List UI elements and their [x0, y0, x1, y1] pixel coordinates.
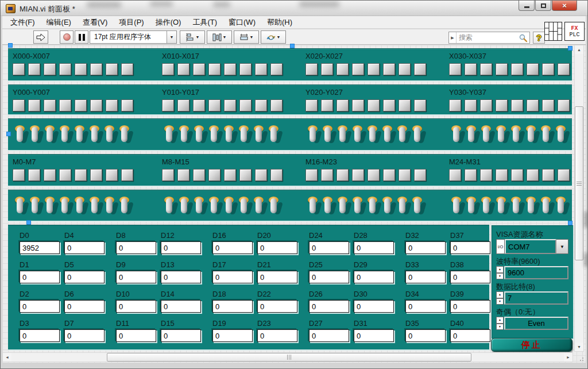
selection-handle[interactable] — [568, 221, 572, 225]
d-register-field[interactable]: 0 — [354, 271, 394, 283]
toggle-switch[interactable] — [60, 195, 71, 218]
d-register-field[interactable]: 0 — [64, 241, 105, 254]
scroll-down-icon[interactable]: ▼ — [575, 343, 583, 351]
d-register-field[interactable]: 0 — [212, 329, 253, 342]
selection-handle[interactable] — [26, 220, 31, 225]
scroll-right-icon[interactable]: ► — [564, 353, 572, 362]
toggle-switch[interactable] — [368, 124, 378, 147]
toggle-switch[interactable] — [179, 124, 190, 147]
toggle-switch[interactable] — [382, 195, 393, 218]
toggle-switch[interactable] — [179, 195, 190, 218]
pause-button[interactable] — [75, 30, 88, 44]
selection-handle[interactable] — [6, 132, 11, 136]
menu-tools[interactable]: 工具(T) — [187, 16, 223, 29]
toggle-switch[interactable] — [194, 124, 205, 147]
abort-button[interactable] — [60, 30, 74, 44]
toggle-switch[interactable] — [269, 195, 280, 218]
d-register-field[interactable]: 0 — [405, 271, 446, 283]
d-register-field[interactable]: 0 — [354, 300, 394, 313]
baud-rate-field[interactable]: 9600 — [504, 266, 568, 279]
toggle-switch[interactable] — [511, 124, 522, 147]
menu-operate[interactable]: 操作(O) — [150, 16, 187, 29]
toggle-switch[interactable] — [119, 124, 130, 147]
d-register-field[interactable]: 0 — [257, 300, 297, 313]
d-register-field[interactable]: 0 — [161, 241, 201, 254]
toggle-switch[interactable] — [338, 195, 349, 218]
d-register-field[interactable]: 0 — [257, 271, 297, 283]
parity-field[interactable]: Even — [504, 317, 568, 330]
d-register-field[interactable]: 0 — [64, 329, 105, 342]
toggle-switch[interactable] — [496, 195, 507, 218]
toggle-switch[interactable] — [30, 195, 41, 218]
toggle-switch[interactable] — [224, 195, 235, 218]
d-register-field[interactable]: 0 — [212, 271, 253, 283]
toggle-switch[interactable] — [541, 124, 552, 147]
font-selector[interactable]: 17pt 应用程序字体 ▼ — [90, 30, 177, 44]
toggle-switch[interactable] — [269, 124, 280, 147]
d-register-field[interactable]: 3952 — [20, 241, 60, 254]
search-input[interactable]: ▶ 搜索 — [448, 32, 530, 44]
title-bar[interactable]: MIAN.vi 前面板 * × — [1, 1, 587, 16]
toggle-switch[interactable] — [382, 124, 393, 147]
selection-handle[interactable] — [8, 43, 13, 48]
visa-resource-dropdown[interactable]: I/O COM7 ▼ — [496, 239, 568, 254]
increment-icon[interactable]: ▲ — [496, 317, 504, 324]
toggle-switch[interactable] — [511, 195, 522, 218]
align-objects-button[interactable]: ▼ — [180, 30, 205, 44]
toggle-switch[interactable] — [353, 124, 363, 147]
d-register-field[interactable]: 0 — [354, 329, 394, 342]
d-register-field[interactable]: 0 — [20, 300, 60, 313]
toggle-switch[interactable] — [164, 195, 175, 218]
d-register-field[interactable]: 0 — [116, 241, 156, 254]
d-register-field[interactable]: 0 — [20, 329, 60, 342]
toggle-switch[interactable] — [119, 195, 130, 218]
toggle-switch[interactable] — [556, 195, 567, 218]
toggle-switch[interactable] — [90, 124, 100, 147]
data-bits-field[interactable]: 7 — [504, 291, 568, 305]
minimize-button[interactable] — [519, 1, 535, 11]
menu-help[interactable]: 帮助(H) — [261, 16, 298, 29]
toggle-switch[interactable] — [451, 124, 462, 147]
scroll-left-icon[interactable]: ◄ — [3, 353, 11, 362]
d-register-field[interactable]: 0 — [450, 241, 490, 254]
distribute-objects-button[interactable]: ▼ — [207, 30, 232, 44]
d-register-field[interactable]: 0 — [161, 271, 201, 283]
run-button[interactable] — [33, 30, 48, 44]
increment-icon[interactable]: ▲ — [496, 291, 504, 298]
horizontal-scroll-thumb[interactable] — [107, 353, 471, 362]
toggle-switch[interactable] — [239, 124, 250, 147]
d-register-field[interactable]: 0 — [405, 329, 446, 342]
d-register-field[interactable]: 0 — [257, 329, 297, 342]
context-help-button[interactable]: ? — [533, 32, 545, 44]
toggle-switch[interactable] — [496, 124, 507, 147]
menu-view[interactable]: 查看(V) — [77, 16, 113, 29]
toggle-switch[interactable] — [239, 195, 250, 218]
toggle-switch[interactable] — [75, 195, 86, 218]
toggle-switch[interactable] — [15, 195, 26, 218]
menu-project[interactable]: 项目(P) — [113, 16, 149, 29]
vertical-scroll-thumb[interactable] — [575, 106, 583, 260]
toggle-switch[interactable] — [254, 195, 265, 218]
d-register-field[interactable]: 0 — [116, 271, 156, 283]
toggle-switch[interactable] — [105, 124, 115, 147]
toggle-switch[interactable] — [209, 195, 220, 218]
window-resize-grip[interactable] — [577, 354, 583, 361]
d-register-field[interactable]: 0 — [257, 241, 297, 254]
menu-file[interactable]: 文件(F) — [5, 16, 41, 29]
d-register-field[interactable]: 0 — [116, 300, 156, 313]
toggle-switch[interactable] — [30, 124, 41, 147]
toggle-switch[interactable] — [45, 195, 56, 218]
toggle-switch[interactable] — [397, 195, 408, 218]
selection-handle[interactable] — [568, 46, 572, 51]
increment-icon[interactable]: ▲ — [496, 266, 504, 273]
toggle-switch[interactable] — [338, 124, 349, 147]
toggle-switch[interactable] — [412, 195, 423, 218]
toggle-switch[interactable] — [194, 195, 205, 218]
vi-icon[interactable]: FX PLC — [564, 22, 585, 41]
menu-window[interactable]: 窗口(W) — [223, 16, 261, 29]
toggle-switch[interactable] — [323, 195, 334, 218]
reorder-objects-button[interactable]: ▼ — [261, 30, 286, 44]
toggle-switch[interactable] — [75, 124, 86, 147]
toggle-switch[interactable] — [451, 195, 462, 218]
toggle-switch[interactable] — [323, 124, 334, 147]
